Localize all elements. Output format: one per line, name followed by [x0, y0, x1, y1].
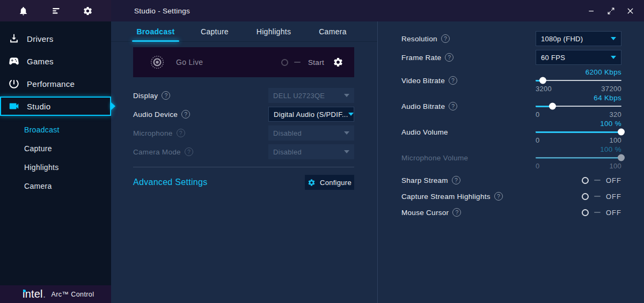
tab-label: Camera — [319, 27, 347, 36]
tab-label: Highlights — [257, 27, 291, 36]
dropdown-value: 1080p (FHD) — [541, 35, 583, 43]
capture-stream-highlights-toggle[interactable]: OFF — [582, 193, 621, 201]
sidebar-item-studio[interactable]: Studio — [0, 97, 111, 116]
slider-track[interactable] — [536, 129, 621, 135]
slider-track — [536, 154, 621, 161]
subnav-item-capture[interactable]: Capture — [0, 139, 111, 158]
sidebar: Drivers Games Performance Studio Broadca… — [0, 0, 111, 303]
slider-fill — [536, 106, 553, 107]
mouse-cursor-toggle[interactable]: OFF — [582, 209, 621, 217]
help-icon[interactable] — [162, 91, 170, 100]
gamepad-icon — [8, 55, 20, 67]
video-bitrate-row: Video Bitrate 6200 Kbps 320037200 — [401, 69, 621, 92]
tab-broadcast[interactable]: Broadcast — [126, 21, 185, 41]
slider-thumb[interactable] — [618, 129, 625, 136]
help-icon[interactable] — [185, 147, 193, 156]
minimize-icon[interactable] — [586, 5, 597, 16]
chevron-down-icon — [611, 56, 616, 59]
help-icon[interactable] — [449, 102, 457, 110]
slider-rail — [536, 80, 621, 81]
slider-max: 100 — [609, 136, 621, 144]
configure-button[interactable]: Configure — [305, 175, 354, 190]
toggle-knob-icon — [582, 209, 589, 216]
help-icon[interactable] — [452, 208, 461, 217]
sidebar-item-games[interactable]: Games — [0, 50, 111, 72]
slider-track[interactable] — [536, 77, 621, 84]
sidebar-footer: intel. Arc™ Control — [0, 285, 111, 303]
sharp-stream-row: Sharp Stream OFF — [401, 172, 621, 188]
gauge-icon — [8, 78, 20, 90]
help-icon[interactable] — [449, 76, 457, 85]
tab-highlights[interactable]: Highlights — [244, 21, 303, 41]
sidebar-item-drivers[interactable]: Drivers — [0, 27, 111, 50]
advanced-settings-row: Advanced Settings Configure — [133, 175, 354, 190]
tab-camera[interactable]: Camera — [303, 21, 362, 41]
tab-capture[interactable]: Capture — [185, 21, 244, 41]
go-live-banner: Go Live Start — [133, 47, 354, 77]
slider-min: 0 — [536, 110, 540, 118]
toggle-track-icon — [594, 196, 601, 197]
slider-min: 0 — [536, 162, 540, 169]
subnav-item-broadcast[interactable]: Broadcast — [0, 121, 111, 139]
help-icon[interactable] — [494, 192, 503, 201]
camera-mode-label: Camera Mode — [133, 147, 193, 156]
sidebar-nav: Drivers Games Performance Studio Broadca… — [0, 21, 111, 196]
slider-max: 37200 — [601, 85, 621, 92]
tab-label: Broadcast — [136, 27, 174, 36]
subnav-item-highlights[interactable]: Highlights — [0, 158, 111, 177]
slider-range-labels: 0100 — [536, 135, 621, 144]
chevron-down-icon — [344, 150, 349, 153]
camera-mode-dropdown[interactable]: Disabled — [268, 144, 354, 159]
download-icon — [8, 33, 20, 45]
notifications-icon[interactable] — [18, 5, 30, 17]
audio-device-dropdown[interactable]: Digital Audio (S/PDIF... — [268, 107, 354, 122]
sidebar-item-performance[interactable]: Performance — [0, 72, 111, 95]
stream-settings-panel: Resolution 1080p (FHD) Frame Rate 60 FPS… — [378, 21, 644, 303]
chevron-down-icon — [344, 131, 349, 135]
sharp-stream-label: Sharp Stream — [401, 176, 460, 184]
titlebar: Studio - Settings — [111, 0, 644, 21]
sidebar-item-label: Studio — [27, 102, 50, 111]
product-name: Arc™ Control — [52, 291, 94, 298]
page-title: Studio - Settings — [134, 7, 190, 15]
section-divider — [133, 167, 354, 167]
audio-device-row: Audio Device Digital Audio (S/PDIF... — [133, 107, 354, 122]
help-icon[interactable] — [452, 176, 460, 184]
sidebar-item-label: Drivers — [27, 34, 54, 43]
subnav-item-camera[interactable]: Camera — [0, 177, 111, 196]
menu-lines-icon[interactable] — [50, 5, 62, 17]
settings-gear-icon[interactable] — [82, 5, 94, 17]
dropdown-value: 60 FPS — [541, 54, 565, 62]
help-icon[interactable] — [441, 34, 450, 43]
slider-track[interactable] — [536, 103, 621, 109]
advanced-settings-link[interactable]: Advanced Settings — [133, 178, 208, 187]
microphone-dropdown[interactable]: Disabled — [268, 125, 354, 141]
microphone-label: Microphone — [133, 129, 185, 137]
slider-max: 100 — [609, 162, 621, 169]
microphone-row: Microphone Disabled — [133, 125, 354, 141]
close-icon[interactable] — [625, 5, 635, 16]
toggle-knob-icon — [582, 177, 589, 184]
frame-rate-dropdown[interactable]: 60 FPS — [536, 50, 621, 65]
slider-thumb[interactable] — [539, 77, 546, 84]
help-icon[interactable] — [177, 129, 185, 137]
record-icon — [150, 55, 164, 69]
display-row: Display DELL U2723QE — [133, 88, 354, 103]
resolution-dropdown[interactable]: 1080p (FHD) — [536, 31, 621, 46]
resize-icon[interactable] — [605, 5, 616, 16]
help-icon[interactable] — [445, 53, 453, 62]
slider-thumb[interactable] — [549, 103, 556, 110]
sharp-stream-toggle[interactable]: OFF — [582, 176, 621, 184]
slider-range-labels: 0100 — [536, 161, 621, 169]
go-live-toggle-icon[interactable] — [281, 59, 288, 66]
selected-arrow-icon — [111, 102, 115, 110]
go-live-settings-gear-icon[interactable] — [333, 57, 343, 68]
help-icon[interactable] — [181, 110, 190, 119]
chevron-down-icon — [344, 94, 349, 97]
main-area: Studio - Settings — [111, 0, 644, 303]
microphone-volume-slider: 100 % 0100 — [536, 146, 621, 169]
slider-min: 0 — [536, 136, 540, 144]
capture-stream-highlights-label: Capture Stream Highlights — [401, 192, 503, 201]
chevron-down-icon — [611, 37, 616, 40]
display-dropdown[interactable]: DELL U2723QE — [268, 88, 354, 103]
